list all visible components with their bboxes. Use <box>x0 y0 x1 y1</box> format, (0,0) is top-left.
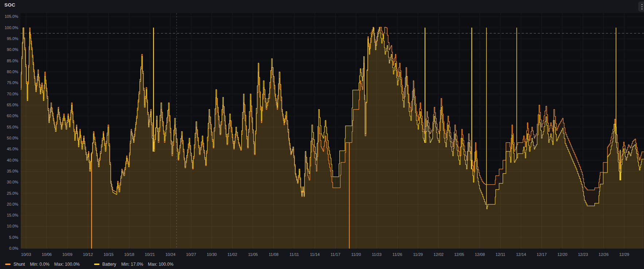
x-tick-label: 10/30 <box>207 252 217 257</box>
y-tick-label: 45.0% <box>7 147 18 151</box>
y-tick-label: 5.0% <box>9 235 18 240</box>
panel-title[interactable]: SOC <box>4 2 15 8</box>
y-tick-label: 65.0% <box>7 103 18 107</box>
x-tick-label: 12/17 <box>537 252 547 257</box>
y-tick-label: 90.0% <box>7 47 18 52</box>
x-tick-label: 11/23 <box>372 252 382 257</box>
y-tick-label: 105.0% <box>5 14 19 19</box>
x-tick-label: 10/06 <box>42 252 52 257</box>
legend-shunt-min: Min: 0.0% <box>30 262 49 267</box>
legend-item-shunt[interactable]: Shunt Min: 0.0% Max: 100.0% <box>5 262 85 267</box>
x-tick-label: 11/26 <box>393 252 402 257</box>
y-tick-label: 95.0% <box>7 36 18 41</box>
x-tick-label: 10/03 <box>21 252 31 257</box>
legend-item-battery[interactable]: Battery Min: 17.0% Max: 100.0% <box>94 262 178 267</box>
y-tick-label: 40.0% <box>7 158 18 162</box>
y-tick-label: 80.0% <box>7 70 18 74</box>
x-tick-label: 11/14 <box>310 252 320 257</box>
x-tick-label: 11/29 <box>413 252 423 257</box>
x-tick-label: 10/24 <box>165 252 176 257</box>
x-tick-label: 10/12 <box>83 252 93 257</box>
x-tick-label: 12/26 <box>598 252 609 257</box>
y-tick-label: 100.0% <box>5 25 19 30</box>
x-tick-label: 11/08 <box>269 252 278 257</box>
y-tick-label: 35.0% <box>7 169 18 173</box>
x-tick-label: 12/20 <box>557 252 567 257</box>
y-tick-label: 55.0% <box>7 125 18 129</box>
y-tick-label: 0.0% <box>9 246 18 250</box>
x-tick-label: 10/15 <box>104 252 114 257</box>
y-tick-label: 75.0% <box>7 80 18 85</box>
y-tick-label: 50.0% <box>7 136 18 140</box>
x-tick-label: 11/02 <box>227 252 237 257</box>
kebab-menu-icon <box>641 3 643 10</box>
y-tick-label: 25.0% <box>7 191 18 195</box>
legend-battery-min: Min: 17.0% <box>121 262 143 267</box>
y-tick-label: 85.0% <box>7 59 18 63</box>
x-tick-label: 10/27 <box>186 252 196 257</box>
x-tick-label: 12/08 <box>475 252 485 257</box>
legend-label-shunt[interactable]: Shunt <box>13 262 25 267</box>
x-tick-label: 10/18 <box>124 252 134 257</box>
x-tick-label: 11/20 <box>351 252 361 257</box>
soc-time-series-chart[interactable]: 0.0%5.0%10.0%15.0%20.0%25.0%30.0%35.0%40… <box>0 0 644 269</box>
x-tick-label: 12/02 <box>434 252 444 257</box>
x-tick-label: 12/29 <box>619 252 629 257</box>
shunt-series-swatch-icon <box>5 264 11 265</box>
y-tick-label: 20.0% <box>7 202 18 206</box>
y-tick-label: 60.0% <box>7 114 18 118</box>
legend-battery-max: Max: 100.0% <box>148 262 173 267</box>
legend-shunt-max: Max: 100.0% <box>54 262 80 267</box>
panel-menu-button[interactable] <box>638 1 644 12</box>
x-tick-label: 12/14 <box>516 252 526 257</box>
x-tick-label: 12/23 <box>578 252 588 257</box>
y-axis-labels: 0.0%5.0%10.0%15.0%20.0%25.0%30.0%35.0%40… <box>5 14 19 250</box>
x-tick-label: 12/05 <box>454 252 464 257</box>
x-tick-label: 11/17 <box>331 252 340 257</box>
x-tick-label: 10/21 <box>145 252 155 257</box>
x-tick-label: 11/11 <box>289 252 299 257</box>
battery-series-swatch-icon <box>94 264 99 265</box>
legend: Shunt Min: 0.0% Max: 100.0% Battery Min:… <box>5 262 188 267</box>
y-tick-label: 15.0% <box>7 213 18 217</box>
x-tick-label: 12/11 <box>496 252 506 257</box>
legend-label-battery[interactable]: Battery <box>102 262 116 267</box>
soc-panel: { "panel": { "title": "SOC", "menu_icon"… <box>0 0 644 269</box>
y-tick-label: 70.0% <box>7 92 18 96</box>
x-tick-label: 10/09 <box>62 252 73 257</box>
x-tick-label: 11/05 <box>248 252 258 257</box>
y-tick-label: 10.0% <box>7 224 18 228</box>
x-axis-labels: 10/0310/0610/0910/1210/1510/1810/2110/24… <box>21 252 629 257</box>
y-tick-label: 30.0% <box>7 180 18 184</box>
